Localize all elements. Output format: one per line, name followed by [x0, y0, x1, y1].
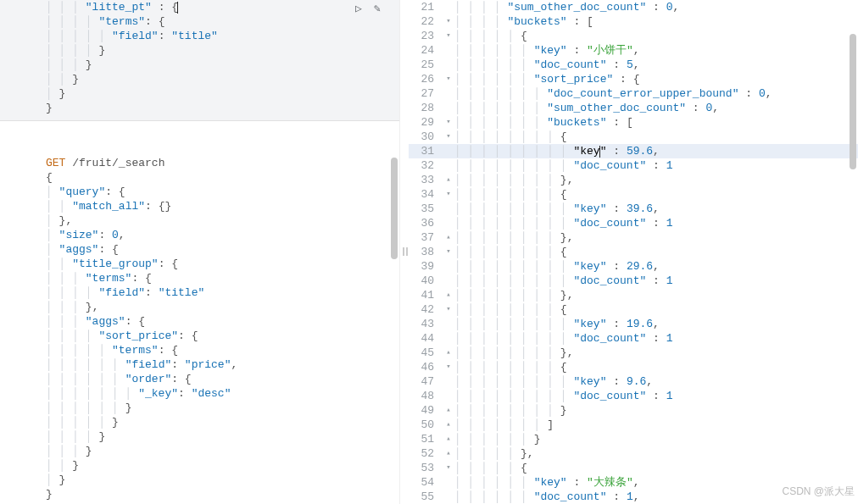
fold-icon[interactable]: [443, 158, 454, 173]
fold-icon[interactable]: [443, 58, 454, 72]
code-line[interactable]: │ │ │ │ │ "field": "title": [0, 29, 399, 43]
code-line[interactable]: 34▾│ │ │ │ │ │ │ │ {: [409, 187, 858, 202]
code-line[interactable]: │ "aggs": {: [0, 242, 399, 257]
code-line[interactable]: 46▾│ │ │ │ │ │ │ │ {: [409, 360, 858, 374]
code-line[interactable]: │ },: [0, 213, 399, 228]
fold-icon[interactable]: [443, 202, 454, 216]
code-line[interactable]: 21│ │ │ │ "sum_other_doc_count" : 0,: [409, 0, 858, 14]
code-line[interactable]: │ │ │ │ }: [0, 43, 399, 58]
code-line[interactable]: 39│ │ │ │ │ │ │ │ │ "key" : 29.6,: [409, 259, 858, 274]
code-line[interactable]: 31│ │ │ │ │ │ │ │ │ "key" : 59.6,: [409, 144, 858, 158]
code-line[interactable]: 26▾│ │ │ │ │ │ "sort_price" : {: [409, 72, 858, 86]
code-line[interactable]: │ }: [0, 473, 399, 487]
code-line[interactable]: 54│ │ │ │ │ │ "key" : "大辣条",: [409, 475, 858, 490]
wrench-icon[interactable]: ✎: [374, 2, 387, 15]
code-line[interactable]: │ "query": {: [0, 185, 399, 199]
code-line[interactable]: 48│ │ │ │ │ │ │ │ │ "doc_count" : 1: [409, 389, 858, 403]
code-line[interactable]: 37▴│ │ │ │ │ │ │ │ },: [409, 230, 858, 245]
fold-icon[interactable]: ▾: [443, 14, 454, 29]
code-line[interactable]: │ │ │ │ "field": "title": [0, 285, 399, 300]
code-line[interactable]: │ │ │ │ │ │ │ "_key": "desc": [0, 386, 399, 401]
code-line[interactable]: 33▴│ │ │ │ │ │ │ │ },: [409, 173, 858, 187]
code-line[interactable]: 44│ │ │ │ │ │ │ │ │ "doc_count" : 1: [409, 331, 858, 346]
code-line[interactable]: │ │ │ │ "sort_price": {: [0, 329, 399, 343]
code-line[interactable]: │ │ │ │ │ │ "order": {: [0, 372, 399, 386]
fold-icon[interactable]: ▴: [443, 173, 454, 187]
code-line[interactable]: 25│ │ │ │ │ │ "doc_count" : 5,: [409, 58, 858, 72]
code-line[interactable]: 49▴│ │ │ │ │ │ │ │ }: [409, 403, 858, 418]
code-line[interactable]: │ "size": 0,: [0, 228, 399, 242]
code-line[interactable]: │ │ │ }: [0, 58, 399, 72]
fold-icon[interactable]: [443, 374, 454, 389]
code-line[interactable]: │ }: [0, 86, 399, 101]
code-line[interactable]: │ │ }: [0, 458, 399, 473]
fold-icon[interactable]: ▾: [443, 29, 454, 43]
fold-icon[interactable]: ▴: [443, 432, 454, 446]
fold-icon[interactable]: [443, 274, 454, 288]
panel-resize-handle[interactable]: ||: [400, 0, 409, 504]
code-line[interactable]: 51▴│ │ │ │ │ │ }: [409, 432, 858, 446]
code-line[interactable]: │ │ │ │ }: [0, 429, 399, 444]
code-line[interactable]: 50▴│ │ │ │ │ │ │ ]: [409, 418, 858, 432]
fold-icon[interactable]: ▾: [443, 130, 454, 144]
code-line[interactable]: 43│ │ │ │ │ │ │ │ │ "key" : 19.6,: [409, 317, 858, 331]
fold-icon[interactable]: ▾: [443, 72, 454, 86]
fold-icon[interactable]: ▴: [443, 346, 454, 360]
fold-icon[interactable]: [443, 475, 454, 490]
code-line[interactable]: 24│ │ │ │ │ │ "key" : "小饼干",: [409, 43, 858, 58]
fold-icon[interactable]: ▴: [443, 446, 454, 461]
code-line[interactable]: │ │ │ │ │ │ }: [0, 401, 399, 415]
code-line[interactable]: }: [0, 101, 399, 115]
code-line[interactable]: 45▴│ │ │ │ │ │ │ │ },: [409, 346, 858, 360]
fold-icon[interactable]: [443, 490, 454, 504]
code-line[interactable]: 32│ │ │ │ │ │ │ │ │ "doc_count" : 1: [409, 158, 858, 173]
fold-icon[interactable]: ▾: [443, 302, 454, 317]
code-line[interactable]: │ │ "match_all": {}: [0, 199, 399, 213]
code-line[interactable]: │ │ │ │ │ }: [0, 415, 399, 429]
fold-icon[interactable]: ▾: [443, 360, 454, 374]
code-line[interactable]: │ │ │ │ "terms": {: [0, 14, 399, 29]
code-line[interactable]: │ │ "title_group": {: [0, 257, 399, 271]
fold-icon[interactable]: [443, 144, 454, 158]
fold-icon[interactable]: ▾: [443, 187, 454, 202]
fold-icon[interactable]: [443, 389, 454, 403]
code-line[interactable]: 47│ │ │ │ │ │ │ │ │ "key" : 9.6,: [409, 374, 858, 389]
fold-icon[interactable]: [443, 43, 454, 58]
fold-icon[interactable]: ▾: [443, 461, 454, 475]
code-line[interactable]: 38▾│ │ │ │ │ │ │ │ {: [409, 245, 858, 259]
code-line[interactable]: │ │ │ }: [0, 444, 399, 458]
code-line[interactable]: 30▾│ │ │ │ │ │ │ │ {: [409, 130, 858, 144]
code-line[interactable]: 41▴│ │ │ │ │ │ │ │ },: [409, 288, 858, 302]
fold-icon[interactable]: ▾: [443, 245, 454, 259]
fold-icon[interactable]: ▴: [443, 230, 454, 245]
response-viewer[interactable]: 21│ │ │ │ "sum_other_doc_count" : 0,22▾│…: [409, 0, 858, 504]
fold-icon[interactable]: ▴: [443, 403, 454, 418]
code-line[interactable]: 36│ │ │ │ │ │ │ │ │ "doc_count" : 1: [409, 216, 858, 230]
code-line[interactable]: {: [0, 170, 399, 185]
code-line[interactable]: }: [0, 487, 399, 501]
code-line[interactable]: │ │ │ },: [0, 300, 399, 314]
scrollbar-left[interactable]: [391, 158, 398, 259]
code-line[interactable]: 40│ │ │ │ │ │ │ │ │ "doc_count" : 1: [409, 274, 858, 288]
fold-icon[interactable]: [443, 331, 454, 346]
code-line[interactable]: │ │ │ "litte_pt" : {: [0, 0, 399, 14]
request-editor[interactable]: ▷ ✎ │ │ │ "litte_pt" : {│ │ │ │ "terms":…: [0, 0, 400, 504]
code-line[interactable]: │ │ │ │ │ │ "field": "price",: [0, 357, 399, 372]
run-icon[interactable]: ▷: [355, 2, 369, 15]
code-line[interactable]: GET /fruit/_search: [0, 156, 399, 170]
code-line[interactable]: 52▴│ │ │ │ │ },: [409, 446, 858, 461]
current-request-block[interactable]: GET /fruit/_search{│ "query": {│ │ "matc…: [0, 141, 399, 501]
code-line[interactable]: 53▾│ │ │ │ │ {: [409, 461, 858, 475]
code-line[interactable]: │ │ │ │ │ "terms": {: [0, 343, 399, 357]
fold-icon[interactable]: [443, 86, 454, 101]
code-line[interactable]: 22▾│ │ │ │ "buckets" : [: [409, 14, 858, 29]
code-line[interactable]: [0, 141, 399, 156]
code-line[interactable]: │ │ }: [0, 72, 399, 86]
fold-icon[interactable]: [443, 317, 454, 331]
scrollbar-right[interactable]: [850, 34, 856, 169]
fold-icon[interactable]: ▴: [443, 418, 454, 432]
code-line[interactable]: 27│ │ │ │ │ │ │ "doc_count_error_upper_b…: [409, 86, 858, 101]
code-line[interactable]: │ │ │ "aggs": {: [0, 314, 399, 329]
code-line[interactable]: 42▾│ │ │ │ │ │ │ │ {: [409, 302, 858, 317]
fold-icon[interactable]: [443, 216, 454, 230]
